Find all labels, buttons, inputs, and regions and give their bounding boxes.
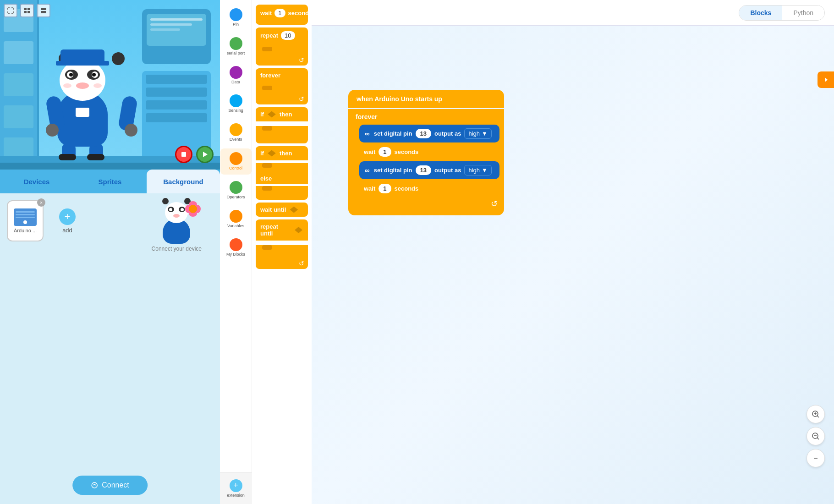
repeat-until-block[interactable]: repeat until ↺ (256, 219, 308, 269)
dropdown-arrow-1: ▼ (482, 130, 488, 137)
category-control[interactable]: Control (220, 148, 252, 175)
svg-rect-0 (24, 8, 27, 10)
forever-block-text: forever (260, 72, 280, 79)
output-as-text-1: output as (434, 130, 461, 137)
panda-hand-left (46, 124, 59, 137)
infinity-icon-1: ∞ (365, 130, 370, 137)
connect-button[interactable]: Connect (72, 476, 148, 495)
high-value-2: high (468, 167, 480, 174)
tab-sprites[interactable]: Sprites (73, 170, 147, 193)
palette-panel: Pin serial port Data Sensing Events (220, 0, 312, 504)
arduino-program: when Arduino Uno starts up forever ∞ (348, 90, 504, 215)
category-my-blocks[interactable]: My Blocks (220, 235, 252, 261)
go-button[interactable] (196, 146, 214, 163)
hat-block-label: when Arduino Uno starts up (357, 95, 442, 103)
svg-marker-7 (203, 152, 208, 157)
fullscreen-button[interactable] (4, 4, 17, 17)
seconds-text-2: seconds (395, 185, 419, 192)
zoom-in-button[interactable] (807, 405, 825, 423)
zoom-out-icon (812, 432, 820, 440)
forever-block[interactable]: forever ↺ (256, 68, 308, 104)
repeat-block[interactable]: repeat 10 ↺ (256, 27, 308, 66)
shoe-right (87, 154, 104, 160)
python-tab[interactable]: Python (782, 5, 824, 20)
canvas-area[interactable]: when Arduino Uno starts up forever ∞ (312, 26, 834, 504)
svg-rect-1 (27, 8, 30, 10)
category-sensing[interactable]: Sensing (220, 91, 252, 117)
expand-panel-button[interactable] (818, 71, 834, 88)
category-data[interactable]: Data (220, 62, 252, 88)
zoom-reset-icon (812, 454, 820, 462)
if-then-block[interactable]: if then (256, 107, 308, 143)
block-list: wait 1 seconds repeat 10 ↺ (252, 0, 312, 504)
wait-block[interactable]: wait 1 seconds (256, 5, 308, 25)
stage-controls-top (4, 4, 50, 17)
category-serial-port[interactable]: serial port (220, 33, 252, 60)
tab-devices[interactable]: Devices (0, 170, 73, 193)
if-else-then-text: then (280, 150, 292, 157)
operators-dot (230, 181, 242, 194)
svg-rect-4 (41, 8, 46, 10)
grid-view-1-icon (24, 7, 30, 14)
zoom-out-button[interactable] (807, 427, 825, 445)
arduino-label: Arduino ... (14, 228, 37, 233)
category-operators[interactable]: Operators (220, 177, 252, 203)
shelf-item (4, 73, 33, 96)
category-pin[interactable]: Pin (220, 5, 252, 31)
panda-head (60, 60, 105, 101)
rack-item (146, 75, 207, 84)
category-events[interactable]: Events (220, 120, 252, 146)
wait-text-1: wait (364, 148, 375, 155)
category-events-label: Events (230, 137, 242, 142)
forever-outer[interactable]: forever ∞ set digital pin 13 output as h (348, 109, 504, 215)
wait-until-diamond (289, 207, 299, 213)
wait-until-block[interactable]: wait until (256, 203, 308, 217)
zoom-reset-button[interactable] (807, 449, 825, 467)
computer-monitor (142, 9, 211, 64)
blocks-tab[interactable]: Blocks (739, 5, 782, 20)
wait-block-1[interactable]: wait 1 seconds (359, 144, 499, 159)
grid-view-2-icon (40, 7, 47, 14)
bottom-area: × Arduino ... + add (0, 193, 220, 504)
stage-area (0, 0, 220, 170)
grid-view-2-button[interactable] (37, 4, 50, 17)
mode-toggle: Blocks Python (739, 5, 825, 21)
connect-button-label: Connect (102, 481, 129, 489)
arduino-device[interactable]: × Arduino ... (7, 200, 44, 241)
shelf-item (4, 41, 33, 64)
high-dropdown-2[interactable]: high ▼ (464, 165, 491, 175)
hat-block[interactable]: when Arduino Uno starts up (348, 90, 504, 108)
remove-device-button[interactable]: × (37, 198, 45, 207)
forever-label-area: forever (348, 109, 504, 125)
category-sensing-label: Sensing (228, 108, 243, 113)
tab-background[interactable]: Background (147, 170, 220, 193)
extension-area: + extension (220, 472, 252, 504)
mini-panda (156, 203, 197, 244)
screen-line (150, 18, 203, 21)
if-then-else-block[interactable]: if then else (256, 146, 308, 200)
wait-block-text2: seconds (288, 10, 312, 16)
add-device-button[interactable]: + add (49, 200, 86, 241)
set-digital-block-2[interactable]: ∞ set digital pin 13 output as high ▼ (359, 161, 499, 179)
dropdown-arrow-2: ▼ (482, 167, 488, 174)
high-dropdown-1[interactable]: high ▼ (464, 128, 491, 139)
extension-plus-icon: + (230, 479, 242, 492)
pin-value-2: 13 (416, 165, 431, 175)
set-digital-block-1[interactable]: ∞ set digital pin 13 output as high ▼ (359, 125, 499, 142)
category-variables[interactable]: Variables (220, 206, 252, 232)
forever-footer: ↺ (348, 196, 504, 209)
repeat-until-text: repeat until (260, 223, 291, 237)
sensing-dot (230, 94, 242, 107)
wait-block-2[interactable]: wait 1 seconds (359, 181, 499, 196)
extension-button[interactable]: + extension (220, 472, 252, 504)
grid-view-1-button[interactable] (20, 4, 34, 17)
screen-line (150, 23, 192, 26)
seconds-text-1: seconds (395, 148, 419, 155)
stop-icon (181, 152, 187, 157)
left-panel-tabs: Devices Sprites Background (0, 170, 220, 193)
add-device-label: add (62, 227, 72, 234)
zoom-controls (807, 405, 825, 467)
variables-dot (230, 210, 242, 223)
category-operators-label: Operators (226, 195, 245, 200)
stop-button[interactable] (175, 146, 192, 163)
